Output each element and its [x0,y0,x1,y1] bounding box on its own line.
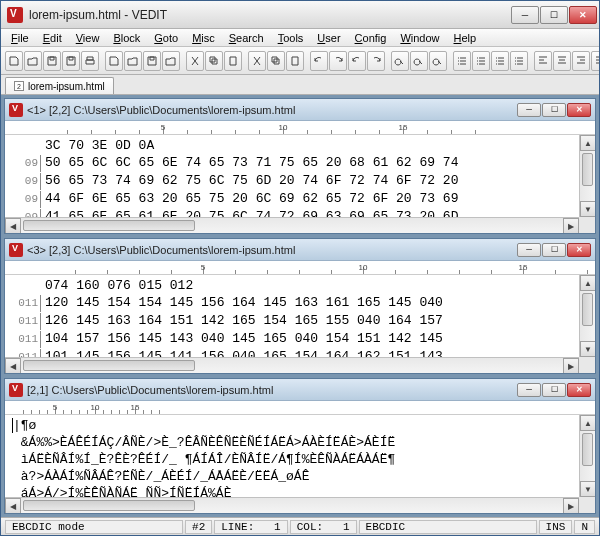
pane-close-button[interactable]: ✕ [567,103,591,117]
open-button[interactable] [124,51,142,71]
scroll-left-button[interactable]: ◀ [5,358,21,373]
find-button[interactable] [391,51,409,71]
ruler: 51015 [5,121,595,135]
pane-title-text: [2,1] C:\Users\Public\Documents\lorem-ip… [27,384,513,396]
close-button[interactable]: ✕ [569,6,597,24]
vertical-scrollbar[interactable]: ▲▼ [579,415,595,497]
pane-icon [9,103,23,117]
undo-button[interactable] [348,51,366,71]
editor-area[interactable]: 074 160 076 015 012 011120 145 154 154 1… [5,275,595,373]
copy-button[interactable] [205,51,223,71]
menu-window[interactable]: Window [394,31,445,45]
menu-edit[interactable]: Edit [37,31,68,45]
paste-button[interactable] [286,51,304,71]
cut-button[interactable] [248,51,266,71]
save-button[interactable] [62,51,80,71]
pane-close-button[interactable]: ✕ [567,383,591,397]
horizontal-scrollbar[interactable]: ◀▶ [5,497,579,513]
scroll-up-button[interactable]: ▲ [580,275,595,291]
document-tab[interactable]: 2 lorem-ipsum.html [5,77,114,94]
scroll-corner [579,497,595,513]
scroll-thumb[interactable] [582,293,593,326]
scroll-down-button[interactable]: ▼ [580,201,595,217]
right-button[interactable] [572,51,590,71]
scroll-right-button[interactable]: ▶ [563,498,579,513]
horizontal-scrollbar[interactable]: ◀▶ [5,357,579,373]
ruler: 51015 [5,401,595,415]
scroll-up-button[interactable]: ▲ [580,135,595,151]
status-col: COL: 1 [290,520,357,534]
vertical-scrollbar[interactable]: ▲▼ [579,135,595,217]
scroll-left-button[interactable]: ◀ [5,498,21,513]
left-button[interactable] [534,51,552,71]
save-button[interactable] [43,51,61,71]
menu-config[interactable]: Config [349,31,393,45]
vertical-scrollbar[interactable]: ▲▼ [579,275,595,357]
menu-help[interactable]: Help [448,31,483,45]
scroll-thumb[interactable] [582,433,593,466]
copy-button[interactable] [267,51,285,71]
pane-titlebar[interactable]: <3> [2,3] C:\Users\Public\Documents\lore… [5,239,595,261]
scroll-thumb[interactable] [23,500,195,511]
pane-maximize-button[interactable]: ☐ [542,103,566,117]
window-titlebar: lorem-ipsum.html - VEDIT ─ ☐ ✕ [1,1,599,29]
scroll-down-button[interactable]: ▼ [580,481,595,497]
undo-button[interactable] [310,51,328,71]
pane-minimize-button[interactable]: ─ [517,383,541,397]
scroll-corner [579,217,595,233]
find-button[interactable] [410,51,428,71]
list-button[interactable] [453,51,471,71]
scroll-right-button[interactable]: ▶ [563,218,579,233]
menu-search[interactable]: Search [223,31,270,45]
left-button[interactable] [591,51,599,71]
list-button[interactable] [510,51,528,71]
scroll-thumb[interactable] [23,220,195,231]
open-button[interactable] [24,51,42,71]
editor-pane: <1> [2,2] C:\Users\Public\Documents\lore… [4,98,596,234]
menu-view[interactable]: View [70,31,106,45]
minimize-button[interactable]: ─ [511,6,539,24]
open-button[interactable] [162,51,180,71]
editor-area[interactable]: |¶ø &Á%%>ÈÁÊÉÍÁÇ/ÂÑÈ/>È_?ÊÂÑÈÊÑËÈÑÉÍÁËÁ>… [5,415,595,513]
toolbar [1,47,599,75]
menu-tools[interactable]: Tools [272,31,310,45]
list-button[interactable] [472,51,490,71]
menu-file[interactable]: File [5,31,35,45]
print-button[interactable] [81,51,99,71]
pane-titlebar[interactable]: [2,1] C:\Users\Public\Documents\lorem-ip… [5,379,595,401]
center-button[interactable] [553,51,571,71]
redo-button[interactable] [329,51,347,71]
new-button[interactable] [5,51,23,71]
menu-misc[interactable]: Misc [186,31,221,45]
list-button[interactable] [491,51,509,71]
status-n: N [574,520,595,534]
cut-button[interactable] [186,51,204,71]
pane-minimize-button[interactable]: ─ [517,243,541,257]
scroll-thumb[interactable] [582,153,593,186]
pane-minimize-button[interactable]: ─ [517,103,541,117]
scroll-thumb[interactable] [23,360,195,371]
pane-icon [9,383,23,397]
scroll-right-button[interactable]: ▶ [563,358,579,373]
pane-close-button[interactable]: ✕ [567,243,591,257]
status-buffer: #2 [185,520,212,534]
menu-block[interactable]: Block [107,31,146,45]
pane-title-text: <1> [2,2] C:\Users\Public\Documents\lore… [27,104,513,116]
find-button[interactable] [429,51,447,71]
save-button[interactable] [143,51,161,71]
status-mode: EBCDIC mode [5,520,183,534]
new-button[interactable] [105,51,123,71]
pane-maximize-button[interactable]: ☐ [542,383,566,397]
pane-maximize-button[interactable]: ☐ [542,243,566,257]
scroll-left-button[interactable]: ◀ [5,218,21,233]
menu-user[interactable]: User [311,31,346,45]
menu-goto[interactable]: Goto [148,31,184,45]
scroll-up-button[interactable]: ▲ [580,415,595,431]
horizontal-scrollbar[interactable]: ◀▶ [5,217,579,233]
maximize-button[interactable]: ☐ [540,6,568,24]
pane-titlebar[interactable]: <1> [2,2] C:\Users\Public\Documents\lore… [5,99,595,121]
scroll-down-button[interactable]: ▼ [580,341,595,357]
redo-button[interactable] [367,51,385,71]
editor-area[interactable]: 3C 70 3E 0D 0A 0950 65 6C 6C 65 6E 74 65… [5,135,595,233]
paste-button[interactable] [224,51,242,71]
